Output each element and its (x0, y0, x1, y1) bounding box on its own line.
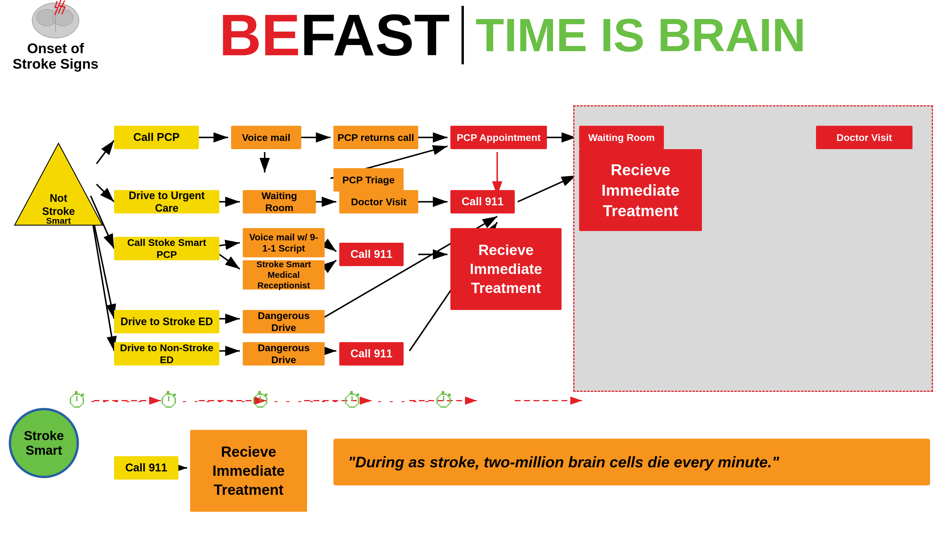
waiting-room-top-box: Waiting Room (579, 126, 664, 149)
triangle-container: Not Stroke Smart (12, 140, 105, 229)
timer-dash-2: - - - - - - (183, 394, 248, 407)
be-text: BE (219, 2, 300, 68)
doctor-visit-mid-box: Doctor Visit (339, 190, 418, 214)
time-is-brain-text: TIME IS BRAIN (475, 12, 806, 58)
timer-row: ⏱ - - - - - - ⏱ - - - - - - ⏱ - - - - - … (67, 389, 454, 412)
timer-icon-4: ⏱ (343, 389, 363, 412)
brain-icon (29, 0, 82, 40)
stroke-smart-circle: Stroke Smart (9, 408, 79, 478)
call-stroke-smart-pcp-box: Call Stoke Smart PCP (114, 237, 219, 260)
drive-non-stroke-ed-box: Drive to Non-Stroke ED (114, 342, 219, 366)
recieve-immediate-1-box: Recieve Immediate Treatment (579, 149, 702, 231)
brain-section: Onset of Stroke Signs (9, 0, 102, 72)
timer-dash-3: - - - - - - (274, 394, 340, 407)
title-section: BEFAST TIME IS BRAIN (102, 6, 922, 64)
voice-mail-box: Voice mail (231, 126, 301, 149)
svg-line-24 (325, 260, 336, 269)
fast-text: FAST (300, 2, 450, 68)
svg-line-23 (325, 243, 336, 251)
timer-icon-3: ⏱ (251, 389, 271, 412)
drive-urgent-box: Drive to Urgent Care (114, 190, 219, 214)
svg-line-29 (91, 211, 114, 351)
recieve-immediate-2-box: Recieve Immediate Treatment (451, 228, 562, 310)
svg-line-21 (219, 243, 240, 246)
call-911-lower-box: Call 911 (339, 243, 404, 266)
drive-stroke-ed-box: Drive to Stroke ED (114, 310, 219, 333)
svg-text:Not: Not (50, 192, 67, 204)
call-pcp-box: Call PCP (114, 126, 199, 149)
timer-icon-5: ⏱ (434, 389, 454, 412)
stroke-smart-receptionist-box: Stroke Smart Medical Receptionist (243, 260, 325, 289)
quote-text: "During as stroke, two-million brain cel… (348, 453, 779, 471)
voice-mail-script-box: Voice mail w/ 9-1-1 Script (243, 228, 325, 257)
call-911-stroke-smart-box: Call 911 (114, 456, 178, 480)
header: Onset of Stroke Signs BEFAST TIME IS BRA… (0, 0, 940, 64)
svg-line-18 (518, 175, 576, 202)
call-911-bottom-2-box: Call 911 (339, 342, 404, 366)
svg-text:Smart: Smart (46, 216, 71, 225)
befast-text: BEFAST (219, 6, 450, 64)
recieve-immediate-3-box: Recieve Immediate Treatment (190, 430, 307, 512)
divider (462, 6, 464, 64)
dangerous-drive-1-box: Dangerous Drive (243, 310, 325, 333)
timer-icon-2: ⏱ (159, 389, 180, 412)
svg-line-22 (219, 254, 240, 269)
dangerous-drive-2-box: Dangerous Drive (243, 342, 325, 366)
svg-text:Stroke: Stroke (42, 205, 75, 217)
pcp-triage-box: PCP Triage (334, 168, 404, 192)
pcp-appointment-box: PCP Appointment (451, 126, 547, 149)
quote-box: "During as stroke, two-million brain cel… (334, 438, 930, 485)
timer-dash-4: - - - - - - (366, 394, 431, 407)
stroke-smart-label: Stroke Smart (11, 428, 77, 458)
diagram: Not Stroke Smart Call PCP Voice mail PCP… (0, 64, 940, 560)
waiting-room-mid-box: Waiting Room (243, 190, 316, 214)
timer-dash-1: - - - - - - (91, 394, 156, 407)
circle-container: Stroke Smart (9, 408, 79, 478)
pcp-returns-call-box: PCP returns call (334, 126, 418, 149)
triangle-icon: Not Stroke Smart (12, 140, 105, 228)
call-911-mid-box: Call 911 (451, 190, 515, 214)
doctor-visit-top-box: Doctor Visit (816, 126, 912, 149)
